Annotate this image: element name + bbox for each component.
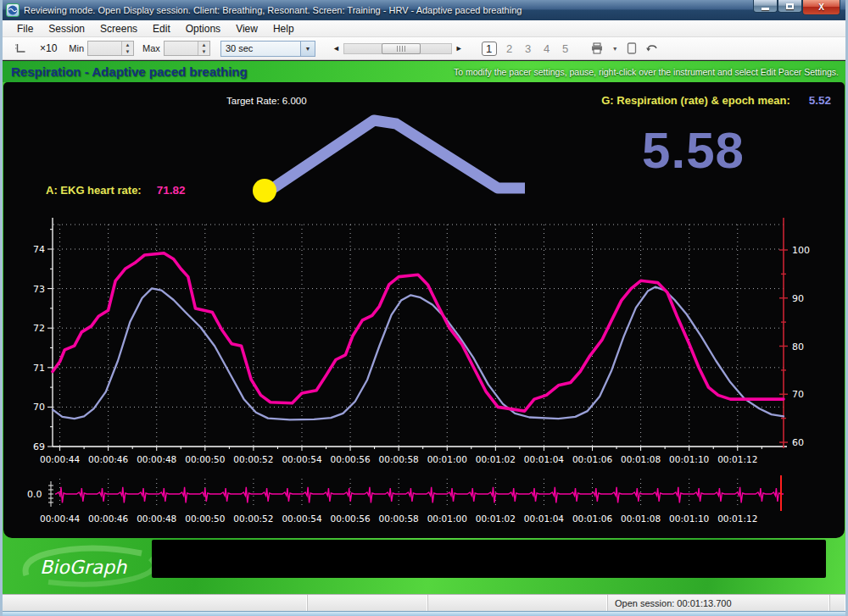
raw-ekg-trace	[55, 487, 784, 503]
raw-ekg-chart: 0.000:00:4400:00:4600:00:4800:00:5000:00…	[27, 475, 784, 524]
window-title: Reviewing mode. Open Display session. Cl…	[24, 5, 522, 15]
svg-text:00:00:46: 00:00:46	[88, 454, 128, 464]
axis-scale-icon[interactable]	[11, 42, 30, 54]
svg-text:00:01:06: 00:01:06	[572, 513, 612, 524]
menu-help[interactable]: Help	[265, 21, 302, 36]
maximize-icon	[786, 3, 794, 9]
print-dropdown-icon[interactable]: ▼	[609, 46, 622, 52]
respiration-rate-value: 5.58	[632, 121, 755, 180]
menu-screens[interactable]: Screens	[92, 21, 145, 36]
biograph-logo: BioGraph	[14, 541, 171, 591]
svg-text:00:01:00: 00:01:00	[427, 513, 467, 524]
target-rate-label: Target Rate: 6.000	[226, 96, 307, 106]
menu-bar: File Session Screens Edit Options View H…	[3, 20, 845, 37]
min-up-icon[interactable]: ▲	[122, 42, 133, 48]
svg-text:73: 73	[33, 284, 45, 295]
menu-options[interactable]: Options	[178, 21, 228, 36]
chevron-down-icon[interactable]: ▼	[300, 42, 315, 56]
svg-text:00:00:58: 00:00:58	[379, 454, 419, 464]
bottom-strip: BioGraph	[3, 538, 845, 594]
svg-text:72: 72	[33, 323, 45, 334]
chart-gridlines	[53, 225, 784, 446]
svg-text:80: 80	[792, 341, 804, 352]
svg-text:00:01:08: 00:01:08	[621, 454, 661, 464]
svg-text:70: 70	[33, 402, 45, 413]
respiration-label: G: Respiration (rate) & epoch mean:	[601, 94, 789, 107]
svg-text:00:01:02: 00:01:02	[476, 454, 516, 464]
x10-toggle[interactable]: ×10	[40, 42, 57, 54]
minimize-icon	[762, 8, 769, 10]
scrollbar-track[interactable]	[343, 43, 452, 54]
status-cell-3	[428, 595, 608, 611]
time-scale-dropdown[interactable]: 30 sec ▼	[220, 41, 315, 57]
max-down-icon[interactable]: ▼	[198, 48, 209, 55]
max-spin-buttons: ▲▼	[198, 42, 209, 55]
svg-text:71: 71	[33, 363, 45, 374]
min-input[interactable]	[88, 42, 121, 55]
svg-text:00:01:00: 00:01:00	[427, 454, 467, 464]
instrument-panel[interactable]: 69707172737400:00:4400:00:4600:00:4800:0…	[3, 82, 845, 538]
page-button-5[interactable]: 5	[556, 42, 575, 55]
max-spinbox: ▲▼	[164, 41, 210, 56]
close-button[interactable]: X	[802, 0, 840, 15]
pacer-hint-text: To modify the pacer settings, pause, rig…	[454, 67, 839, 77]
time-scrollbar: ◄ ►	[329, 43, 466, 54]
left-axis: 697071727374	[33, 218, 53, 452]
svg-text:74: 74	[33, 244, 45, 255]
window-controls: X	[753, 0, 840, 15]
heart-rate-value: 71.82	[157, 184, 186, 197]
blank-display-box	[152, 540, 826, 578]
right-axis: 60708090100	[779, 218, 810, 448]
page-button-2[interactable]: 2	[500, 42, 519, 55]
menu-edit[interactable]: Edit	[145, 21, 178, 36]
svg-text:00:00:52: 00:00:52	[233, 454, 273, 464]
svg-text:00:00:46: 00:00:46	[88, 513, 128, 524]
heart-rate-readout: A: EKG heart rate: 71.82	[46, 184, 186, 197]
max-up-icon[interactable]: ▲	[198, 42, 209, 48]
maximize-button[interactable]	[778, 0, 802, 13]
app-icon	[6, 3, 20, 17]
page-icon[interactable]	[623, 42, 640, 54]
respiration-readout: G: Respiration (rate) & epoch mean: 5.52	[601, 94, 831, 107]
status-cell-5	[830, 595, 845, 611]
min-spin-buttons: ▲▼	[121, 42, 133, 55]
svg-text:00:01:06: 00:01:06	[572, 454, 612, 464]
scroll-left-icon[interactable]: ◄	[329, 44, 343, 53]
menu-file[interactable]: File	[9, 21, 41, 36]
minimize-button[interactable]	[753, 0, 778, 13]
x-axis: 00:00:4400:00:4600:00:4800:00:5000:00:52…	[40, 447, 787, 464]
status-cell-1	[3, 595, 308, 611]
svg-text:00:00:52: 00:00:52	[233, 513, 273, 524]
screen-title: Respiration - Adaptive paced breathing	[11, 64, 248, 79]
svg-text:00:01:10: 00:01:10	[669, 513, 709, 524]
menu-session[interactable]: Session	[41, 21, 92, 36]
max-input[interactable]	[165, 42, 198, 55]
undo-icon[interactable]	[642, 43, 661, 53]
scroll-right-icon[interactable]: ►	[452, 44, 466, 53]
window-bottom-edge	[3, 611, 845, 616]
print-button[interactable]	[587, 42, 607, 54]
svg-text:00:01:04: 00:01:04	[524, 513, 564, 524]
time-scale-value: 30 sec	[221, 43, 300, 53]
client-area: 69707172737400:00:4400:00:4600:00:4800:0…	[3, 82, 845, 594]
svg-text:00:00:44: 00:00:44	[40, 513, 80, 524]
svg-text:00:00:56: 00:00:56	[330, 454, 370, 464]
page-button-1[interactable]: 1	[482, 42, 497, 56]
page-button-3[interactable]: 3	[519, 42, 538, 55]
svg-text:00:01:10: 00:01:10	[669, 454, 709, 464]
svg-text:00:01:08: 00:01:08	[621, 513, 661, 524]
svg-text:00:01:04: 00:01:04	[524, 454, 564, 464]
svg-text:00:00:50: 00:00:50	[185, 513, 225, 524]
heart-rate-label: A: EKG heart rate:	[46, 184, 142, 197]
respiration-epoch-mean: 5.52	[809, 94, 831, 107]
svg-text:00:00:48: 00:00:48	[137, 513, 176, 524]
scrollbar-thumb[interactable]	[382, 43, 421, 54]
open-session-status: Open session: 00:01:13.700	[608, 595, 830, 611]
toolbar: ×10 Min ▲▼ Max ▲▼ 30 sec ▼ ◄ ► 1	[3, 37, 845, 60]
svg-text:70: 70	[792, 389, 804, 400]
min-label: Min	[69, 43, 84, 53]
ekg-baseline-label: 0.0	[27, 489, 42, 500]
min-down-icon[interactable]: ▼	[122, 48, 133, 55]
page-button-4[interactable]: 4	[538, 42, 556, 55]
menu-view[interactable]: View	[228, 21, 265, 36]
